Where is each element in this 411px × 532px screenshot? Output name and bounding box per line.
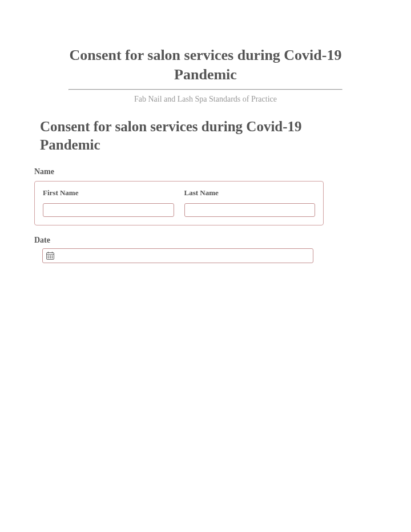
name-group: First Name Last Name [34, 181, 324, 225]
first-name-input[interactable] [43, 203, 174, 217]
first-name-label: First Name [43, 188, 174, 198]
last-name-column: Last Name [184, 188, 316, 217]
name-group-label: Name [34, 167, 377, 176]
date-input[interactable] [42, 248, 313, 263]
page-subtitle: Fab Nail and Lash Spa Standards of Pract… [34, 95, 377, 104]
first-name-column: First Name [43, 188, 174, 217]
last-name-input[interactable] [184, 203, 316, 217]
last-name-label: Last Name [184, 188, 316, 198]
title-divider [68, 89, 342, 90]
section-heading: Consent for salon services during Covid-… [40, 118, 314, 155]
date-label: Date [34, 236, 377, 245]
page-title: Consent for salon services during Covid-… [68, 46, 342, 84]
date-field-wrapper [42, 248, 313, 263]
